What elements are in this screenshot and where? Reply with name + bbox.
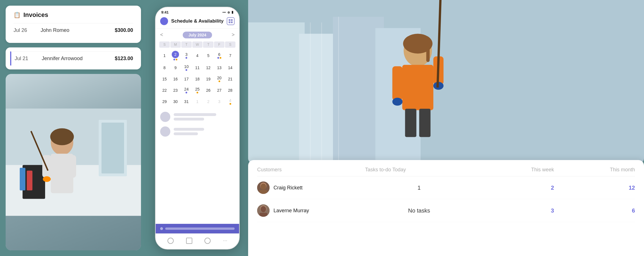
nav-circle-icon[interactable]	[204, 238, 211, 244]
svg-rect-6	[27, 171, 32, 191]
svg-rect-36	[419, 109, 431, 137]
svg-rect-19	[248, 22, 305, 164]
cal-date-21[interactable]: 21	[225, 73, 236, 85]
schedule-item-2[interactable]	[160, 126, 235, 137]
action-bar-line	[165, 227, 235, 230]
customer-name-1: Craig Rickett	[274, 185, 303, 191]
cal-date-8[interactable]: 8	[159, 62, 170, 73]
col-this-month: This month	[554, 167, 635, 173]
calendar-dates: 1 2 3 4 5 6 7 8 9 10 11 12 13 14 15 16 1…	[159, 49, 236, 107]
tasks-week-1: 2	[473, 185, 554, 191]
cal-date-17[interactable]: 17	[181, 73, 192, 85]
invoice-amount-1: $300.00	[115, 27, 133, 33]
invoice-card-2[interactable]: Jul 21 Jennifer Arrowood $123.00	[6, 47, 141, 69]
cal-date-19[interactable]: 19	[203, 73, 214, 85]
cal-date-9[interactable]: 9	[170, 62, 181, 73]
table-row[interactable]: Laverne Murray No tasks 3 6	[257, 199, 635, 222]
month-label[interactable]: July 2024	[183, 32, 212, 38]
skel-lines-1	[174, 113, 235, 121]
svg-rect-40	[259, 190, 267, 194]
svg-rect-29	[402, 65, 433, 110]
skel-lines-2	[174, 128, 235, 135]
svg-point-8	[50, 128, 74, 145]
cal-date-11[interactable]: 11	[192, 62, 203, 73]
cal-date-13[interactable]: 13	[214, 62, 225, 73]
cal-date-24[interactable]: 24	[181, 85, 192, 96]
bottom-action-bar[interactable]	[156, 224, 239, 233]
cal-date-22[interactable]: 22	[159, 85, 170, 96]
cal-date-14[interactable]: 14	[225, 62, 236, 73]
cal-date-next-1[interactable]: 1	[192, 96, 203, 107]
cal-date-20[interactable]: 20	[214, 73, 225, 85]
cal-date-5[interactable]: 5	[203, 49, 214, 62]
calendar-nav: < July 2024 >	[156, 29, 239, 41]
cal-date-6[interactable]: 6	[214, 49, 225, 62]
svg-point-39	[261, 183, 266, 190]
day-label-wed: W	[192, 41, 203, 48]
nav-more-icon[interactable]: ···	[223, 238, 227, 244]
schedule-item-1[interactable]	[160, 112, 235, 122]
cal-date-25[interactable]: 25	[192, 85, 203, 96]
cal-date-16[interactable]: 16	[170, 73, 181, 85]
table-header: Customers Tasks to-do Today This week Th…	[257, 167, 635, 176]
svg-rect-44	[259, 213, 267, 217]
day-label-sun: S	[159, 41, 170, 48]
cal-date-7[interactable]: 7	[225, 49, 236, 62]
signal-icon: ▪▪▪	[222, 10, 226, 14]
svg-rect-14	[229, 19, 230, 21]
cal-date-next-3[interactable]: 3	[214, 96, 225, 107]
grid-icon[interactable]	[227, 17, 235, 25]
calendar-grid: S M T W T F S 1 2 3 4 5 6 7 8 9 10	[156, 41, 239, 107]
left-panel: 📋 Invoices Jul 26 John Romeo $300.00 Jul…	[0, 0, 147, 256]
cal-date-4[interactable]: 4	[192, 49, 203, 62]
cal-date-23[interactable]: 23	[170, 85, 181, 96]
tasks-week-2: 3	[473, 207, 554, 214]
cal-date-next-4[interactable]: 4	[225, 96, 236, 107]
svg-rect-30	[392, 66, 402, 100]
cal-date-15[interactable]: 15	[159, 73, 170, 85]
cal-date-12[interactable]: 12	[203, 62, 214, 73]
col-customers: Customers	[257, 167, 365, 173]
cal-date-1[interactable]: 1	[159, 49, 170, 62]
invoice-date-2: Jul 21	[15, 56, 37, 62]
cleaner-photo	[6, 74, 141, 250]
svg-rect-35	[405, 109, 416, 137]
invoice-row-2: Jul 21 Jennifer Arrowood $123.00	[10, 51, 133, 65]
invoice-name-1: John Romeo	[41, 27, 110, 33]
wifi-icon: ⌾	[228, 10, 230, 14]
svg-rect-11	[67, 155, 76, 178]
cal-date-26[interactable]: 26	[203, 85, 214, 96]
skel-line-1b	[174, 118, 204, 121]
cal-date-30[interactable]: 30	[170, 96, 181, 107]
cal-date-3[interactable]: 3	[181, 49, 192, 62]
table-row[interactable]: Craig Rickett 1 2 12	[257, 176, 635, 199]
cal-date-2[interactable]: 2	[170, 49, 181, 62]
invoice-row-1[interactable]: Jul 26 John Romeo $300.00	[14, 23, 133, 37]
right-photo	[248, 0, 644, 164]
cal-date-18[interactable]: 18	[192, 73, 203, 85]
prev-month-button[interactable]: <	[160, 32, 163, 38]
nav-home-icon[interactable]	[167, 238, 174, 244]
customers-table: Customers Tasks to-do Today This week Th…	[248, 160, 644, 256]
cal-date-10[interactable]: 10	[181, 62, 192, 73]
next-month-button[interactable]: >	[231, 32, 235, 38]
cal-date-28[interactable]: 28	[225, 85, 236, 96]
tasks-month-2: 6	[554, 207, 635, 214]
cal-date-31[interactable]: 31	[181, 96, 192, 107]
tasks-month-1: 12	[554, 185, 635, 191]
nav-square-icon[interactable]	[186, 238, 192, 244]
cal-date-next-2[interactable]: 2	[203, 96, 214, 107]
svg-rect-17	[231, 21, 233, 23]
schedule-items	[156, 107, 239, 224]
invoice-heading: Invoices	[23, 11, 48, 19]
svg-rect-16	[229, 21, 230, 23]
invoice-card: 📋 Invoices Jul 26 John Romeo $300.00	[6, 6, 141, 43]
svg-rect-4	[23, 165, 45, 199]
cal-date-29[interactable]: 29	[159, 96, 170, 107]
skel-line-1a	[174, 113, 216, 116]
customer-cell-2: Laverne Murray	[257, 204, 365, 217]
cal-date-27[interactable]: 27	[214, 85, 225, 96]
svg-rect-15	[231, 19, 233, 21]
svg-rect-3	[102, 123, 124, 174]
col-this-week: This week	[473, 167, 554, 173]
